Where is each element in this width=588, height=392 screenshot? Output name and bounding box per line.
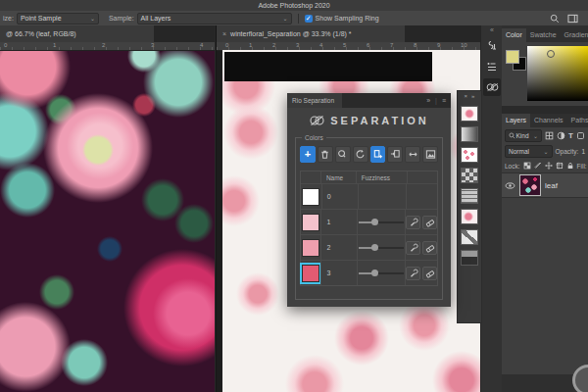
- fuzziness-slider[interactable]: [359, 244, 404, 252]
- preset-thumb-gradient[interactable]: [461, 126, 478, 142]
- wrench-icon-button[interactable]: [406, 267, 420, 280]
- ruler-number: 0: [4, 42, 7, 48]
- eraser-icon-button[interactable]: [422, 216, 437, 229]
- layer-thumbnail[interactable]: [519, 174, 541, 196]
- colors-group-label: Colors: [302, 134, 326, 141]
- lock-artboard-icon[interactable]: [556, 162, 564, 170]
- lock-transparency-icon[interactable]: [523, 162, 531, 170]
- import-button[interactable]: [387, 146, 403, 163]
- ruler-number: 2: [102, 42, 105, 48]
- refresh-button[interactable]: [353, 146, 368, 163]
- color-row-1[interactable]: 1: [301, 209, 437, 234]
- show-sampling-ring-label: Show Sampling Ring: [316, 15, 379, 22]
- fill-label: Fill:: [577, 163, 587, 170]
- panel-menu-icon[interactable]: ≡: [442, 97, 446, 104]
- ruler-number: 3: [151, 42, 154, 48]
- export-to-layers-button[interactable]: [370, 146, 386, 163]
- swap-button[interactable]: [405, 146, 420, 163]
- brush-settings-panel-icon[interactable]: [483, 37, 501, 55]
- color-panel: [502, 42, 588, 106]
- collapse-panel-icon[interactable]: »: [426, 97, 430, 104]
- doc1-tab[interactable]: @ 66.7% (leaf, RGB/8): [0, 25, 154, 42]
- preset-thumb-flower[interactable]: [461, 106, 478, 122]
- slider-knob[interactable]: [371, 270, 378, 276]
- close-icon[interactable]: ×: [222, 25, 226, 42]
- close-icon[interactable]: ×: [465, 91, 468, 101]
- color-row-0[interactable]: 0: [301, 183, 437, 209]
- name-column-header: Name: [320, 172, 356, 183]
- filter-shape-layers-icon[interactable]: [576, 131, 585, 140]
- foreground-background-swatches[interactable]: [506, 50, 527, 72]
- tab-swatches[interactable]: Swatche: [526, 28, 561, 42]
- preset-thumb-flower2[interactable]: [461, 209, 478, 224]
- filter-type-layers-icon[interactable]: T: [568, 131, 573, 140]
- colors-table: Name Fuzziness 0 1: [300, 171, 438, 286]
- sample-size-dropdown[interactable]: Point Sample ⌄: [17, 13, 99, 24]
- app-title-bar: Adobe Photoshop 2020: [0, 0, 588, 11]
- color-row-2[interactable]: 2: [301, 234, 437, 260]
- pick-color-button[interactable]: [335, 146, 351, 163]
- color-name: 1: [320, 210, 357, 234]
- layers-panel: Kind ⌄ T Normal ⌄ Opacity: 1 Lock:: [502, 127, 588, 374]
- preset-thumb-floral-pattern[interactable]: [461, 147, 478, 163]
- plugin-window-title: Rio Separation: [287, 93, 342, 108]
- doc1-canvas-floral-artwork[interactable]: [0, 51, 215, 392]
- blend-mode-dropdown[interactable]: Normal ⌄: [505, 145, 553, 158]
- plugin-title-bar[interactable]: Rio Separation » | ≡: [287, 93, 451, 108]
- doc1-tab-label: @ 66.7% (leaf, RGB/8): [6, 25, 76, 42]
- filter-adjustment-layers-icon[interactable]: [557, 131, 565, 140]
- delete-color-button[interactable]: [318, 146, 333, 163]
- eraser-icon-button[interactable]: [422, 267, 437, 280]
- preset-thumb-checker[interactable]: [461, 168, 478, 183]
- lock-paint-icon[interactable]: [534, 162, 542, 170]
- visibility-eye-icon[interactable]: [505, 181, 515, 190]
- color-swatch[interactable]: [302, 239, 319, 257]
- tab-channels[interactable]: Channels: [530, 114, 567, 127]
- eraser-icon-button[interactable]: [422, 241, 437, 255]
- filter-pixel-layers-icon[interactable]: [545, 131, 554, 140]
- layer-filter-kind-dropdown[interactable]: Kind ⌄: [505, 129, 542, 142]
- ruler-number: 1: [53, 42, 56, 48]
- color-swatch-selected[interactable]: [302, 265, 319, 282]
- add-color-button[interactable]: +: [300, 146, 316, 163]
- fuzziness-slider[interactable]: [359, 270, 404, 277]
- sample-label: Sample:: [109, 15, 134, 22]
- dock-collapse-icon[interactable]: «: [481, 25, 503, 34]
- workspace-switcher-icon[interactable]: [567, 14, 578, 24]
- layer-row-leaf[interactable]: leaf: [502, 172, 588, 198]
- separation-plugin-panel-icon[interactable]: [483, 78, 501, 96]
- preset-thumb-diagonal[interactable]: [461, 229, 478, 245]
- lock-all-icon[interactable]: [566, 162, 574, 170]
- color-row-3-selected[interactable]: 3: [301, 260, 437, 285]
- kind-label: Kind: [516, 132, 529, 139]
- opacity-value[interactable]: 1: [581, 148, 585, 155]
- show-sampling-ring-checkbox[interactable]: ✓: [305, 15, 313, 23]
- clone-source-panel-icon[interactable]: [483, 58, 501, 75]
- wrench-icon-button[interactable]: [406, 216, 420, 229]
- doc2-tab[interactable]: × winterfloral_Separation @ 33.3% (1/8) …: [217, 25, 405, 42]
- color-picker-field[interactable]: [527, 46, 588, 101]
- sample-dropdown[interactable]: All Layers ⌄: [137, 13, 292, 24]
- tab-paths[interactable]: Paths: [567, 114, 588, 127]
- tab-color[interactable]: Color: [502, 28, 526, 42]
- wrench-icon-button[interactable]: [406, 241, 420, 255]
- ruler-number: 4: [319, 42, 322, 48]
- tab-layers[interactable]: Layers: [502, 114, 530, 127]
- chevron-down-icon: ⌄: [533, 132, 538, 139]
- color-swatch[interactable]: [302, 214, 319, 231]
- slider-knob[interactable]: [371, 244, 378, 251]
- collapse-icon[interactable]: »: [471, 91, 474, 101]
- foreground-color-swatch[interactable]: [506, 50, 519, 64]
- histogram-button[interactable]: [422, 146, 438, 163]
- preset-thumb-grid[interactable]: [461, 188, 478, 204]
- search-icon[interactable]: [550, 14, 560, 24]
- preset-thumb-image[interactable]: [461, 250, 478, 266]
- tab-gradients[interactable]: Gradien: [561, 28, 588, 42]
- colors-group: Colors +: [295, 137, 443, 300]
- color-swatch[interactable]: [302, 188, 319, 206]
- doc2-tab-label: winterfloral_Separation @ 33.3% (1/8) *: [230, 25, 351, 42]
- slider-knob[interactable]: [371, 219, 378, 225]
- color-picker-marker[interactable]: [547, 50, 555, 58]
- lock-position-icon[interactable]: [545, 162, 553, 170]
- fuzziness-slider[interactable]: [359, 219, 404, 226]
